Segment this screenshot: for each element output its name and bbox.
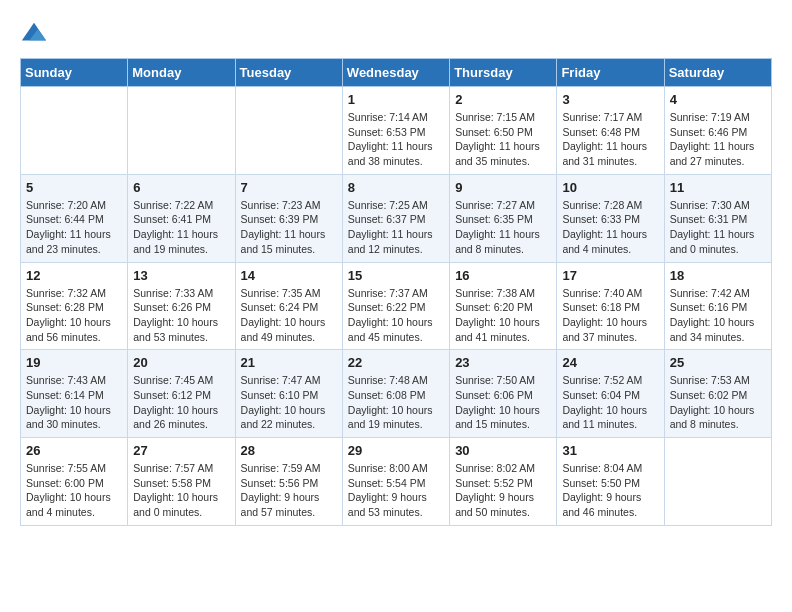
day-number: 14 (241, 268, 337, 283)
day-number: 8 (348, 180, 444, 195)
day-info: Sunrise: 7:19 AM Sunset: 6:46 PM Dayligh… (670, 110, 766, 169)
day-number: 7 (241, 180, 337, 195)
calendar-cell: 18Sunrise: 7:42 AM Sunset: 6:16 PM Dayli… (664, 262, 771, 350)
calendar-cell: 31Sunrise: 8:04 AM Sunset: 5:50 PM Dayli… (557, 438, 664, 526)
day-number: 25 (670, 355, 766, 370)
calendar-cell: 2Sunrise: 7:15 AM Sunset: 6:50 PM Daylig… (450, 87, 557, 175)
calendar-cell: 23Sunrise: 7:50 AM Sunset: 6:06 PM Dayli… (450, 350, 557, 438)
calendar-cell: 10Sunrise: 7:28 AM Sunset: 6:33 PM Dayli… (557, 174, 664, 262)
calendar-week-row: 5Sunrise: 7:20 AM Sunset: 6:44 PM Daylig… (21, 174, 772, 262)
day-number: 28 (241, 443, 337, 458)
day-info: Sunrise: 7:35 AM Sunset: 6:24 PM Dayligh… (241, 286, 337, 345)
day-number: 22 (348, 355, 444, 370)
calendar-cell: 5Sunrise: 7:20 AM Sunset: 6:44 PM Daylig… (21, 174, 128, 262)
day-info: Sunrise: 7:47 AM Sunset: 6:10 PM Dayligh… (241, 373, 337, 432)
day-info: Sunrise: 7:45 AM Sunset: 6:12 PM Dayligh… (133, 373, 229, 432)
logo (20, 20, 52, 48)
day-number: 17 (562, 268, 658, 283)
day-info: Sunrise: 7:23 AM Sunset: 6:39 PM Dayligh… (241, 198, 337, 257)
calendar-cell: 12Sunrise: 7:32 AM Sunset: 6:28 PM Dayli… (21, 262, 128, 350)
day-number: 4 (670, 92, 766, 107)
calendar-cell: 29Sunrise: 8:00 AM Sunset: 5:54 PM Dayli… (342, 438, 449, 526)
col-header-wednesday: Wednesday (342, 59, 449, 87)
day-info: Sunrise: 7:38 AM Sunset: 6:20 PM Dayligh… (455, 286, 551, 345)
day-info: Sunrise: 7:52 AM Sunset: 6:04 PM Dayligh… (562, 373, 658, 432)
day-info: Sunrise: 7:40 AM Sunset: 6:18 PM Dayligh… (562, 286, 658, 345)
calendar-cell: 28Sunrise: 7:59 AM Sunset: 5:56 PM Dayli… (235, 438, 342, 526)
calendar-cell: 26Sunrise: 7:55 AM Sunset: 6:00 PM Dayli… (21, 438, 128, 526)
calendar-cell (128, 87, 235, 175)
calendar-cell (235, 87, 342, 175)
calendar-cell: 16Sunrise: 7:38 AM Sunset: 6:20 PM Dayli… (450, 262, 557, 350)
day-number: 19 (26, 355, 122, 370)
calendar-cell (21, 87, 128, 175)
day-info: Sunrise: 7:17 AM Sunset: 6:48 PM Dayligh… (562, 110, 658, 169)
day-info: Sunrise: 7:15 AM Sunset: 6:50 PM Dayligh… (455, 110, 551, 169)
col-header-friday: Friday (557, 59, 664, 87)
calendar-cell: 24Sunrise: 7:52 AM Sunset: 6:04 PM Dayli… (557, 350, 664, 438)
calendar-cell: 4Sunrise: 7:19 AM Sunset: 6:46 PM Daylig… (664, 87, 771, 175)
day-info: Sunrise: 7:28 AM Sunset: 6:33 PM Dayligh… (562, 198, 658, 257)
calendar-header-row: SundayMondayTuesdayWednesdayThursdayFrid… (21, 59, 772, 87)
day-info: Sunrise: 7:14 AM Sunset: 6:53 PM Dayligh… (348, 110, 444, 169)
calendar-cell: 30Sunrise: 8:02 AM Sunset: 5:52 PM Dayli… (450, 438, 557, 526)
day-info: Sunrise: 7:42 AM Sunset: 6:16 PM Dayligh… (670, 286, 766, 345)
day-number: 18 (670, 268, 766, 283)
day-number: 23 (455, 355, 551, 370)
day-info: Sunrise: 7:50 AM Sunset: 6:06 PM Dayligh… (455, 373, 551, 432)
day-number: 1 (348, 92, 444, 107)
calendar-cell: 13Sunrise: 7:33 AM Sunset: 6:26 PM Dayli… (128, 262, 235, 350)
day-info: Sunrise: 8:02 AM Sunset: 5:52 PM Dayligh… (455, 461, 551, 520)
page-header (20, 20, 772, 48)
col-header-thursday: Thursday (450, 59, 557, 87)
col-header-sunday: Sunday (21, 59, 128, 87)
day-number: 20 (133, 355, 229, 370)
calendar-cell: 3Sunrise: 7:17 AM Sunset: 6:48 PM Daylig… (557, 87, 664, 175)
calendar-cell: 21Sunrise: 7:47 AM Sunset: 6:10 PM Dayli… (235, 350, 342, 438)
day-number: 11 (670, 180, 766, 195)
day-number: 29 (348, 443, 444, 458)
day-number: 5 (26, 180, 122, 195)
day-number: 24 (562, 355, 658, 370)
calendar-cell: 9Sunrise: 7:27 AM Sunset: 6:35 PM Daylig… (450, 174, 557, 262)
calendar-cell: 27Sunrise: 7:57 AM Sunset: 5:58 PM Dayli… (128, 438, 235, 526)
day-info: Sunrise: 7:27 AM Sunset: 6:35 PM Dayligh… (455, 198, 551, 257)
day-number: 13 (133, 268, 229, 283)
day-info: Sunrise: 8:00 AM Sunset: 5:54 PM Dayligh… (348, 461, 444, 520)
calendar-cell: 15Sunrise: 7:37 AM Sunset: 6:22 PM Dayli… (342, 262, 449, 350)
day-number: 15 (348, 268, 444, 283)
day-number: 12 (26, 268, 122, 283)
day-info: Sunrise: 7:43 AM Sunset: 6:14 PM Dayligh… (26, 373, 122, 432)
calendar-cell: 14Sunrise: 7:35 AM Sunset: 6:24 PM Dayli… (235, 262, 342, 350)
day-info: Sunrise: 7:53 AM Sunset: 6:02 PM Dayligh… (670, 373, 766, 432)
day-number: 31 (562, 443, 658, 458)
col-header-tuesday: Tuesday (235, 59, 342, 87)
calendar-cell: 20Sunrise: 7:45 AM Sunset: 6:12 PM Dayli… (128, 350, 235, 438)
calendar-cell: 6Sunrise: 7:22 AM Sunset: 6:41 PM Daylig… (128, 174, 235, 262)
calendar-cell: 22Sunrise: 7:48 AM Sunset: 6:08 PM Dayli… (342, 350, 449, 438)
day-info: Sunrise: 7:57 AM Sunset: 5:58 PM Dayligh… (133, 461, 229, 520)
day-info: Sunrise: 7:32 AM Sunset: 6:28 PM Dayligh… (26, 286, 122, 345)
day-info: Sunrise: 7:48 AM Sunset: 6:08 PM Dayligh… (348, 373, 444, 432)
calendar-cell: 17Sunrise: 7:40 AM Sunset: 6:18 PM Dayli… (557, 262, 664, 350)
calendar-week-row: 26Sunrise: 7:55 AM Sunset: 6:00 PM Dayli… (21, 438, 772, 526)
calendar-week-row: 1Sunrise: 7:14 AM Sunset: 6:53 PM Daylig… (21, 87, 772, 175)
day-number: 9 (455, 180, 551, 195)
day-info: Sunrise: 7:20 AM Sunset: 6:44 PM Dayligh… (26, 198, 122, 257)
day-info: Sunrise: 7:25 AM Sunset: 6:37 PM Dayligh… (348, 198, 444, 257)
day-info: Sunrise: 7:59 AM Sunset: 5:56 PM Dayligh… (241, 461, 337, 520)
calendar-table: SundayMondayTuesdayWednesdayThursdayFrid… (20, 58, 772, 526)
day-number: 6 (133, 180, 229, 195)
calendar-cell: 7Sunrise: 7:23 AM Sunset: 6:39 PM Daylig… (235, 174, 342, 262)
day-number: 30 (455, 443, 551, 458)
day-number: 27 (133, 443, 229, 458)
day-info: Sunrise: 7:33 AM Sunset: 6:26 PM Dayligh… (133, 286, 229, 345)
col-header-monday: Monday (128, 59, 235, 87)
calendar-cell: 19Sunrise: 7:43 AM Sunset: 6:14 PM Dayli… (21, 350, 128, 438)
calendar-cell: 8Sunrise: 7:25 AM Sunset: 6:37 PM Daylig… (342, 174, 449, 262)
day-info: Sunrise: 7:37 AM Sunset: 6:22 PM Dayligh… (348, 286, 444, 345)
logo-icon (20, 20, 48, 48)
day-number: 3 (562, 92, 658, 107)
calendar-cell: 25Sunrise: 7:53 AM Sunset: 6:02 PM Dayli… (664, 350, 771, 438)
calendar-cell (664, 438, 771, 526)
